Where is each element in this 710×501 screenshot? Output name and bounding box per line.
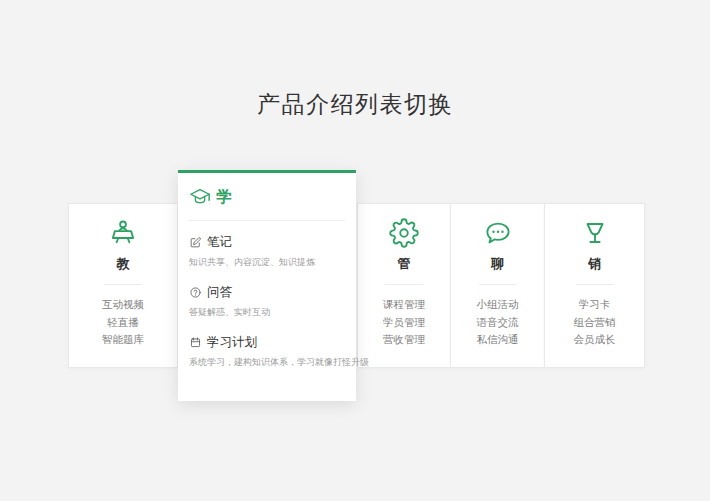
divider	[189, 220, 345, 221]
section-title: 问答	[207, 284, 232, 301]
card-chat-title: 聊	[491, 255, 504, 273]
list-item: 营收管理	[383, 331, 425, 349]
list-item: 小组活动	[477, 296, 519, 314]
section-title: 笔记	[207, 234, 232, 251]
section-desc: 答疑解惑、实时互动	[189, 306, 345, 319]
list-item: 组合营销	[574, 314, 616, 332]
list-item: 互动视频	[102, 296, 144, 314]
card-learn-header: 学	[189, 186, 345, 208]
card-sales-items: 学习卡 组合营销 会员成长	[574, 296, 616, 349]
divider	[385, 284, 423, 285]
page: 产品介绍列表切换 教 互动视频 轻直播 智能题库	[0, 0, 710, 501]
chat-bubble-icon	[483, 218, 513, 248]
card-manage[interactable]: 管 课程管理 学员管理 营收管理	[357, 203, 451, 368]
card-sales-title: 销	[588, 255, 601, 273]
card-learn-expanded[interactable]: 学 笔记 知识共享、内容沉淀、知识提炼	[178, 170, 356, 401]
card-chat[interactable]: 聊 小组活动 语音交流 私信沟通	[450, 203, 545, 368]
card-teach-items: 互动视频 轻直播 智能题库	[102, 296, 144, 349]
section-study-plan: 学习计划 系统学习，建构知识体系，学习就像打怪升级	[189, 334, 345, 369]
trophy-icon	[580, 218, 610, 248]
card-teach-title: 教	[117, 255, 130, 273]
card-manage-title: 管	[398, 255, 411, 273]
card-sales[interactable]: 销 学习卡 组合营销 会员成长	[544, 203, 645, 368]
section-title: 学习计划	[207, 334, 257, 351]
list-item: 课程管理	[383, 296, 425, 314]
list-item: 轻直播	[102, 314, 144, 332]
section-notes: 笔记 知识共享、内容沉淀、知识提炼	[189, 234, 345, 269]
card-learn-title: 学	[216, 187, 232, 208]
list-item: 智能题库	[102, 331, 144, 349]
divider	[576, 284, 614, 285]
list-item: 会员成长	[574, 331, 616, 349]
note-edit-icon	[189, 236, 202, 249]
list-item: 学员管理	[383, 314, 425, 332]
list-item: 私信沟通	[477, 331, 519, 349]
card-manage-items: 课程管理 学员管理 营收管理	[383, 296, 425, 349]
section-qa: 问答 答疑解惑、实时互动	[189, 284, 345, 319]
divider	[104, 284, 142, 285]
section-desc: 知识共享、内容沉淀、知识提炼	[189, 256, 345, 269]
page-title: 产品介绍列表切换	[0, 89, 710, 120]
section-desc: 系统学习，建构知识体系，学习就像打怪升级	[189, 356, 345, 369]
list-item: 语音交流	[477, 314, 519, 332]
lecturer-icon	[108, 218, 138, 248]
divider	[479, 284, 517, 285]
card-teach[interactable]: 教 互动视频 轻直播 智能题库	[68, 203, 178, 368]
graduation-cap-icon	[189, 186, 211, 208]
list-item: 学习卡	[574, 296, 616, 314]
gear-icon	[389, 218, 419, 248]
question-circle-icon	[189, 286, 202, 299]
card-chat-items: 小组活动 语音交流 私信沟通	[477, 296, 519, 349]
plan-calendar-icon	[189, 336, 202, 349]
